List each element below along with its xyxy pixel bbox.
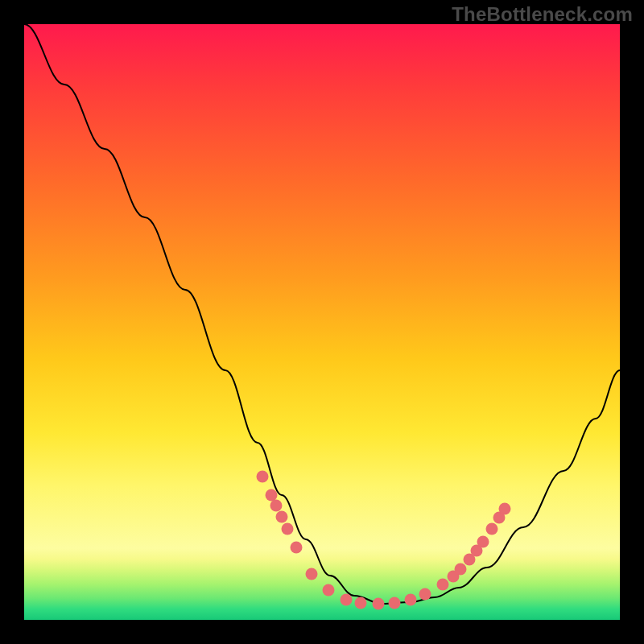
curve-marker bbox=[455, 564, 467, 576]
curve-marker bbox=[323, 584, 335, 597]
curve-marker bbox=[266, 489, 278, 502]
curve-marker bbox=[291, 542, 303, 554]
curve-markers bbox=[257, 471, 511, 610]
curve-marker bbox=[419, 588, 431, 601]
curve-marker bbox=[341, 594, 353, 606]
chart-frame: TheBottleneck.com bbox=[0, 0, 644, 644]
bottleneck-curve bbox=[24, 24, 620, 604]
watermark-text: TheBottleneck.com bbox=[452, 3, 633, 26]
curve-marker bbox=[437, 579, 449, 591]
curve-marker bbox=[270, 500, 283, 512]
curve-marker bbox=[405, 594, 417, 606]
curve-marker bbox=[389, 597, 401, 609]
curve-marker bbox=[257, 471, 269, 483]
curve-marker bbox=[282, 523, 294, 535]
curve-marker bbox=[306, 568, 318, 580]
curve-marker bbox=[477, 536, 489, 548]
chart-plot-area bbox=[24, 24, 620, 620]
curve-marker bbox=[499, 503, 511, 515]
curve-marker bbox=[486, 523, 498, 535]
curve-layer bbox=[24, 24, 620, 620]
curve-marker bbox=[276, 511, 288, 523]
curve-marker bbox=[373, 598, 385, 610]
curve-marker bbox=[355, 597, 367, 609]
